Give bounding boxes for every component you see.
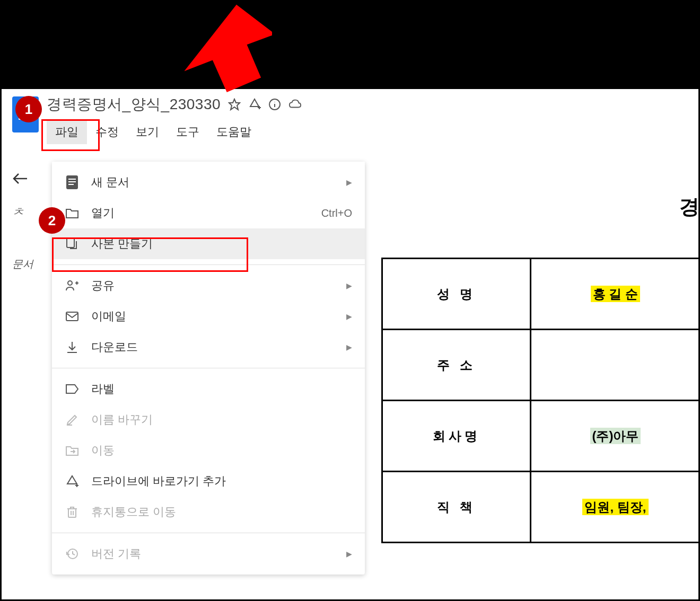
menu-item-label: 이동 xyxy=(91,443,115,458)
svg-rect-9 xyxy=(68,179,76,180)
menu-item-label: 드라이브에 바로가기 추가 xyxy=(91,473,226,489)
menu-label[interactable]: 라벨 xyxy=(52,374,365,404)
drive-shortcut-icon xyxy=(65,474,80,489)
sidebar-label-1: ㅊ xyxy=(12,204,39,220)
menu-tools[interactable]: 도구 xyxy=(168,120,208,144)
red-arrow-annotation xyxy=(150,2,272,102)
table-row: 직 책임원, 팀장, xyxy=(382,472,700,543)
menu-item-label: 라벨 xyxy=(91,381,115,397)
svg-rect-16 xyxy=(66,312,78,321)
menu-open[interactable]: 열기 Ctrl+O xyxy=(52,198,365,228)
table-row: 회사명(주)아무 xyxy=(382,401,700,472)
app-header: 경력증명서_양식_230330 파일 수정 보기 도구 도움말 xyxy=(2,89,698,144)
table-label-cell: 성 명 xyxy=(382,259,531,330)
copy-icon xyxy=(65,236,80,251)
document-heading: 경 xyxy=(381,162,699,236)
menu-item-label: 버전 기록 xyxy=(91,546,141,562)
menu-move: 이동 xyxy=(52,435,365,466)
menu-item-label: 새 문서 xyxy=(91,174,129,190)
menu-drive-shortcut[interactable]: 드라이브에 바로가기 추가 xyxy=(52,466,365,497)
menu-rename: 이름 바꾸기 xyxy=(52,404,365,435)
menu-item-label: 사본 만들기 xyxy=(91,236,153,252)
table-row: 성 명홍 길 순 xyxy=(382,259,700,330)
menu-item-label: 휴지통으로 이동 xyxy=(91,504,176,520)
back-arrow-icon[interactable] xyxy=(12,172,39,185)
menu-file[interactable]: 파일 xyxy=(47,120,87,144)
menu-view[interactable]: 보기 xyxy=(127,120,168,144)
shortcut-label: Ctrl+O xyxy=(321,207,352,219)
svg-rect-11 xyxy=(68,184,74,185)
menu-item-label: 이름 바꾸기 xyxy=(91,412,153,428)
table-label-cell: 주 소 xyxy=(382,330,531,401)
document-table: 성 명홍 길 순주 소회사명(주)아무직 책임원, 팀장, xyxy=(381,258,699,543)
menu-make-copy[interactable]: 사본 만들기 xyxy=(52,228,365,259)
chevron-right-icon: ▶ xyxy=(346,281,352,290)
edit-icon xyxy=(65,412,80,427)
menu-item-label: 공유 xyxy=(91,278,115,294)
folder-icon xyxy=(65,206,80,220)
annotation-badge-2: 2 xyxy=(39,207,65,234)
menu-trash: 휴지통으로 이동 xyxy=(52,497,365,527)
menu-separator xyxy=(52,368,365,368)
document-icon xyxy=(65,175,80,190)
svg-point-13 xyxy=(68,281,72,285)
menu-share[interactable]: 공유 ▶ xyxy=(52,270,365,301)
cloud-icon[interactable] xyxy=(288,98,301,111)
document-canvas[interactable]: 경 성 명홍 길 순주 소회사명(주)아무직 책임원, 팀장, xyxy=(381,162,699,543)
menu-item-label: 열기 xyxy=(91,205,115,221)
table-value-cell[interactable] xyxy=(531,330,700,401)
person-add-icon xyxy=(65,278,80,293)
label-icon xyxy=(65,382,80,396)
table-row: 주 소 xyxy=(382,330,700,401)
table-value-cell[interactable]: 홍 길 순 xyxy=(531,259,700,330)
file-dropdown-menu: 새 문서 ▶ 열기 Ctrl+O 사본 만들기 공유 ▶ 이메일 ▶ 다운로드 … xyxy=(52,162,365,575)
menu-edit[interactable]: 수정 xyxy=(87,120,127,144)
menu-download[interactable]: 다운로드 ▶ xyxy=(52,332,365,363)
top-black-bar xyxy=(2,2,698,89)
trash-icon xyxy=(65,505,80,519)
chevron-right-icon: ▶ xyxy=(346,343,352,351)
sidebar-label-2: 문서 xyxy=(12,257,39,271)
menu-item-label: 이메일 xyxy=(91,308,126,324)
annotation-badge-1: 1 xyxy=(15,96,42,122)
menu-version-history[interactable]: 버전 기록 ▶ xyxy=(52,538,365,569)
chevron-right-icon: ▶ xyxy=(346,550,352,558)
menu-help[interactable]: 도움말 xyxy=(208,120,260,144)
menu-separator xyxy=(52,533,365,533)
table-label-cell: 회사명 xyxy=(382,401,531,472)
chevron-right-icon: ▶ xyxy=(346,312,352,321)
table-value-cell[interactable]: (주)아무 xyxy=(531,401,700,472)
svg-rect-12 xyxy=(67,238,74,248)
table-label-cell: 직 책 xyxy=(382,472,531,543)
email-icon xyxy=(65,309,80,324)
table-value-cell[interactable]: 임원, 팀장, xyxy=(531,472,700,543)
menu-separator xyxy=(52,264,365,265)
chevron-right-icon: ▶ xyxy=(346,178,352,187)
history-icon xyxy=(65,546,80,561)
menu-bar: 파일 수정 보기 도구 도움말 xyxy=(12,120,688,144)
menu-email[interactable]: 이메일 ▶ xyxy=(52,301,365,332)
download-icon xyxy=(65,340,80,355)
menu-item-label: 다운로드 xyxy=(91,339,138,355)
svg-marker-0 xyxy=(182,2,272,98)
svg-rect-10 xyxy=(68,181,76,182)
move-icon xyxy=(65,443,80,458)
svg-rect-23 xyxy=(68,509,76,517)
menu-new-doc[interactable]: 새 문서 ▶ xyxy=(52,167,365,198)
